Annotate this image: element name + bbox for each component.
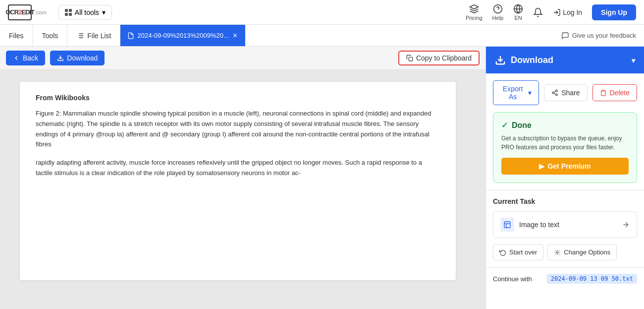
feedback-icon [561,32,569,40]
copy-clipboard-button[interactable]: Copy to Clipboard [398,51,480,65]
done-card: ✓ Done Get a subscription to bypass the … [493,112,637,183]
logo: OCR2EDIT .com [8,4,47,20]
doc-paragraph-2: rapidly adapting afferent activity, musc… [36,158,440,179]
notification-button[interactable] [533,7,543,17]
back-button[interactable]: Back [6,51,45,65]
current-task-section: Current Task Image to text Start over [486,190,644,267]
file-icon [127,32,134,39]
document-body: Figure 2: Mammalian muscle spindle showi… [36,109,440,179]
help-button[interactable]: Help [492,4,504,21]
all-tools-button[interactable]: All tools ▾ [58,5,112,20]
options-icon [554,249,561,256]
login-button[interactable]: Log In [553,8,582,16]
copy-clipboard-label: Copy to Clipboard [416,54,472,62]
close-tab-button[interactable]: × [232,32,238,40]
download-big-label: Download [511,55,553,65]
logo-edit: EDIT [21,8,34,16]
help-label: Help [492,15,504,21]
delete-label: Delete [610,89,630,97]
premium-label: Get Premium [547,162,590,170]
nav-actions: Pricing Help EN Log In Sign Up [466,4,636,21]
lang-label: EN [515,15,522,21]
checkmark-icon: ✓ [501,121,508,130]
svg-point-14 [556,94,558,96]
list-icon [76,32,84,40]
top-navigation: OCR2EDIT .com All tools ▾ Pricing Help E… [0,0,644,25]
all-tools-label: All tools [75,8,99,16]
tools-tab[interactable]: Tools [33,25,68,46]
delete-icon [600,89,607,96]
svg-rect-17 [504,222,510,228]
svg-rect-10 [409,57,413,61]
feedback-label: Give us your feedback [572,32,636,39]
start-over-label: Start over [509,248,537,256]
done-description: Get a subscription to bypass the queue, … [501,134,629,152]
feedback-area[interactable]: Give us your feedback [553,32,644,40]
download-icon-big [495,55,506,65]
download-small-label: Download [67,54,98,62]
svg-line-16 [554,91,556,92]
done-label: Done [512,121,532,130]
file-list-label: File List [87,32,111,40]
document-area: From Wikibooks Figure 2: Mammalian muscl… [0,70,485,292]
export-as-button[interactable]: Export As ▾ [493,80,539,105]
chevron-down-icon [632,55,635,65]
svg-point-21 [557,251,559,253]
tools-label: Tools [42,32,58,40]
export-as-label: Export As [500,85,525,101]
change-options-button[interactable]: Change Options [547,244,617,260]
chevron-down-icon: ▾ [102,8,106,16]
actions-row: Export As ▾ Share Delete [486,73,644,112]
right-panel: Download Export As ▾ Share Delete ✓ Done [485,47,644,309]
download-small-button[interactable]: Download [50,51,105,65]
current-task-title: Current Task [493,197,637,205]
left-panel: Back Download Copy to Clipboard From Wik… [0,47,485,309]
start-over-button[interactable]: Start over [493,244,543,260]
clipboard-icon [406,55,413,62]
done-title: ✓ Done [501,121,629,130]
get-premium-button[interactable]: ▶ Get Premium [501,158,629,175]
logo-ocr: OCR [5,8,18,16]
task-row[interactable]: Image to text [493,211,637,238]
continue-with-label: Continue with [493,275,532,283]
active-tab-label: 2024-09-09%2013%2009%20... [137,32,228,39]
task-label: Image to text [519,221,559,229]
continue-row: Continue with 2024-09-09 13 09 50.txt [486,267,644,290]
task-left: Image to text [500,218,559,232]
share-label: Share [561,89,580,97]
signup-label: Sign Up [601,8,627,16]
logo-tagline: .com [35,9,47,15]
files-label: Files [9,32,24,40]
refresh-icon [499,249,506,256]
active-file-tab[interactable]: 2024-09-09%2013%2009%20... × [120,25,245,46]
pricing-button[interactable]: Pricing [466,4,483,21]
files-tab[interactable]: Files [0,25,33,46]
second-navigation: Files Tools File List 2024-09-09%2013%20… [0,25,644,47]
back-label: Back [23,54,38,62]
task-icon [500,218,514,232]
file-list-tab[interactable]: File List [67,25,120,46]
share-button[interactable]: Share [544,84,587,101]
signup-button[interactable]: Sign Up [592,4,636,20]
document-card: From Wikibooks Figure 2: Mammalian muscl… [20,82,456,280]
svg-point-12 [556,90,558,92]
back-arrow-icon [13,55,20,62]
language-button[interactable]: EN [513,4,523,21]
grid-icon [65,9,72,16]
login-label: Log In [563,8,582,16]
task-actions: Start over Change Options [493,244,637,260]
svg-line-15 [554,93,556,94]
delete-button[interactable]: Delete [592,84,637,101]
export-chevron-icon: ▾ [528,89,532,97]
doc-paragraph-1: Figure 2: Mammalian muscle spindle showi… [36,109,440,150]
change-options-label: Change Options [564,248,610,256]
share-icon [551,89,558,96]
svg-point-13 [552,92,554,94]
premium-icon: ▶ [539,162,544,170]
main-layout: Back Download Copy to Clipboard From Wik… [0,47,644,309]
download-btn-left: Download [495,55,553,65]
download-icon-small [57,55,64,62]
pricing-label: Pricing [466,15,483,21]
toolbar-bar: Back Download Copy to Clipboard [0,47,485,70]
download-big-button[interactable]: Download [486,47,644,73]
